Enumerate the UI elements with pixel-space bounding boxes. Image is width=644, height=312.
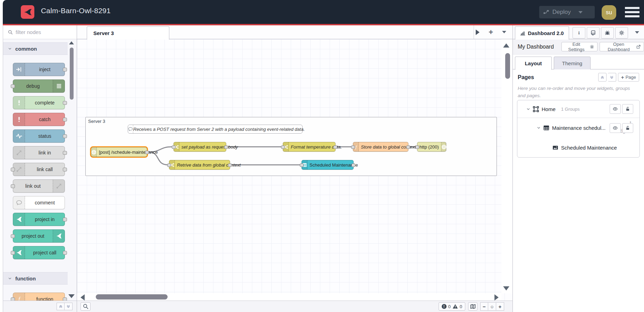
palette-node-label: status — [25, 130, 65, 142]
workspace-footer: ! 0 0 − ○ + — [77, 301, 512, 312]
node-input-port[interactable] — [300, 163, 304, 167]
palette-node-label: link out — [13, 180, 53, 192]
tree-row-widget-scheduled-maintenance[interactable]: Scheduled Maintenance — [517, 138, 639, 157]
canvas-scroll-down-icon[interactable] — [503, 286, 509, 290]
ff-icon — [53, 230, 65, 242]
flow-canvas[interactable]: Server 3 Receives a POST request from Se… — [77, 39, 512, 301]
deploy-label: Deploy — [552, 9, 571, 16]
flow-node-httpin[interactable]: [post] /schedule-maintenance — [91, 147, 147, 157]
tab-theming[interactable]: Theming — [554, 57, 591, 70]
open-dashboard-button[interactable]: Open Dashboard — [600, 42, 644, 51]
tab-layout[interactable]: Layout — [515, 57, 552, 70]
node-input-port[interactable] — [281, 145, 285, 149]
sidebar-tab-debug[interactable] — [601, 27, 614, 39]
palette-node-project-call[interactable]: project call — [13, 246, 65, 259]
palette-collapse-all-button[interactable] — [57, 303, 65, 310]
node-output-port[interactable] — [351, 163, 355, 167]
flow-node-format[interactable]: Format temperature data. — [283, 142, 336, 152]
palette-node-project-in[interactable]: project in — [13, 213, 65, 226]
zoom-reset-button[interactable]: ○ — [488, 302, 496, 311]
group-lock-button[interactable] — [622, 123, 633, 133]
flow-status-counts[interactable]: ! 0 0 — [439, 302, 465, 311]
sidebar-tab-info[interactable]: i — [573, 27, 585, 39]
node-output-port[interactable] — [333, 145, 337, 149]
page-meta: 1 Groups — [561, 107, 579, 112]
palette-node-catch[interactable]: catch — [13, 113, 65, 126]
add-flow-button[interactable]: + — [489, 28, 493, 36]
canvas-search-button[interactable] — [80, 302, 91, 311]
tree-row-page-home[interactable]: Home 1 Groups — [517, 100, 639, 118]
node-output-port[interactable] — [406, 145, 410, 149]
canvas-scroll-left-icon[interactable] — [80, 294, 85, 301]
expand-all-pages-button[interactable] — [608, 73, 616, 82]
sidebar-options-caret[interactable] — [635, 31, 639, 34]
flow-node-set[interactable]: set payload as request body — [173, 142, 226, 152]
palette-scrollbar-thumb[interactable] — [70, 48, 74, 100]
tabbar-separator — [474, 25, 474, 39]
flowfuse-logo-icon[interactable] — [21, 5, 34, 19]
canvas-scroll-up-icon[interactable] — [503, 43, 509, 48]
palette-node-comment[interactable]: comment — [13, 196, 65, 209]
tree-row-group-maintenance[interactable]: 1 Widgets Maintenance schedul... — [517, 118, 639, 138]
palette-node-link-call[interactable]: link call — [13, 163, 65, 176]
palette-node-status[interactable]: status — [13, 129, 65, 143]
palette-expand-all-button[interactable] — [65, 303, 73, 310]
main-menu-button[interactable] — [625, 7, 639, 17]
deploy-options-caret[interactable] — [578, 11, 583, 14]
palette-category-common[interactable]: common — [3, 42, 68, 55]
node-output-port[interactable] — [228, 163, 232, 167]
page-visibility-button[interactable] — [610, 104, 621, 114]
group-visibility-button[interactable] — [610, 123, 621, 133]
node-output-port[interactable] — [145, 151, 149, 154]
node-input-port[interactable] — [172, 145, 176, 149]
collapse-all-pages-button[interactable] — [598, 73, 607, 82]
palette-node-project-out[interactable]: project out — [13, 229, 65, 243]
flow-node-http200[interactable]: http (200) — [417, 142, 446, 152]
node-input-port[interactable] — [167, 163, 171, 167]
edit-settings-button[interactable]: Edit Settings — [561, 42, 598, 51]
palette-node-link-in[interactable]: link in — [13, 146, 65, 159]
add-page-button[interactable]: + Page — [618, 73, 639, 82]
canvas-scroll-right-icon[interactable] — [494, 294, 499, 301]
page-lock-button[interactable] — [622, 104, 633, 114]
node-input-port[interactable] — [351, 145, 355, 149]
palette-scroll-down-icon[interactable] — [68, 294, 75, 298]
flow-node-store[interactable]: fStore data to global context — [353, 142, 408, 152]
flow-tab-server3[interactable]: Server 3 — [87, 26, 169, 40]
canvas-vscroll-thumb[interactable] — [505, 53, 510, 79]
palette-node-debug[interactable]: debug — [13, 79, 65, 93]
minimap-button[interactable] — [468, 302, 477, 311]
filter-nodes-input[interactable] — [16, 29, 68, 35]
node-output-port[interactable] — [224, 145, 228, 149]
node-input-port[interactable] — [415, 145, 419, 149]
sidebar-tab-config[interactable] — [615, 27, 628, 39]
palette-node-label: project out — [13, 230, 53, 242]
sidebar-tab-help[interactable] — [587, 27, 600, 39]
zoom-in-button[interactable]: + — [496, 302, 504, 311]
palette-node-function[interactable]: ffunction — [13, 293, 65, 301]
user-avatar[interactable]: su — [602, 5, 616, 20]
palette-node-inject[interactable]: inject — [13, 63, 65, 76]
chevron-down-icon[interactable] — [526, 107, 530, 111]
canvas-hscroll-thumb[interactable] — [96, 294, 168, 300]
flow-list-caret[interactable] — [502, 31, 506, 33]
linkio-icon — [13, 163, 25, 176]
palette-node-list[interactable]: commoninjectdebugcompletecatchstatuslink… — [3, 39, 68, 301]
palette-node-complete[interactable]: complete — [13, 96, 65, 109]
palette-node-link-out[interactable]: link out — [13, 179, 65, 193]
zoom-out-button[interactable]: − — [480, 302, 488, 311]
deploy-button[interactable]: Deploy — [539, 6, 595, 18]
sidebar-tab-dashboard[interactable]: Dashboard 2.0 — [515, 26, 569, 40]
tab-scroll-right-icon[interactable] — [476, 29, 480, 35]
chevron-down-icon[interactable] — [537, 126, 541, 130]
dashboard-subheader: My Dashboard Edit Settings Open Dashboar… — [513, 39, 644, 54]
palette-search[interactable] — [3, 25, 77, 39]
widget-label: Scheduled Maintenance — [561, 145, 617, 151]
flow-node-retrive[interactable]: Retrive data from global context — [169, 160, 230, 170]
palette-category-function[interactable]: function — [3, 272, 68, 285]
palette-scroll-up-icon[interactable] — [69, 41, 74, 44]
sidebar: Dashboard 2.0 i My Dashboard Edit Settin… — [512, 25, 644, 312]
flow-node-sched[interactable]: Scheduled Maintenance — [302, 160, 354, 170]
comment-node[interactable]: Receives a POST request from Server 2 wi… — [128, 125, 303, 134]
gear-icon — [590, 45, 594, 49]
